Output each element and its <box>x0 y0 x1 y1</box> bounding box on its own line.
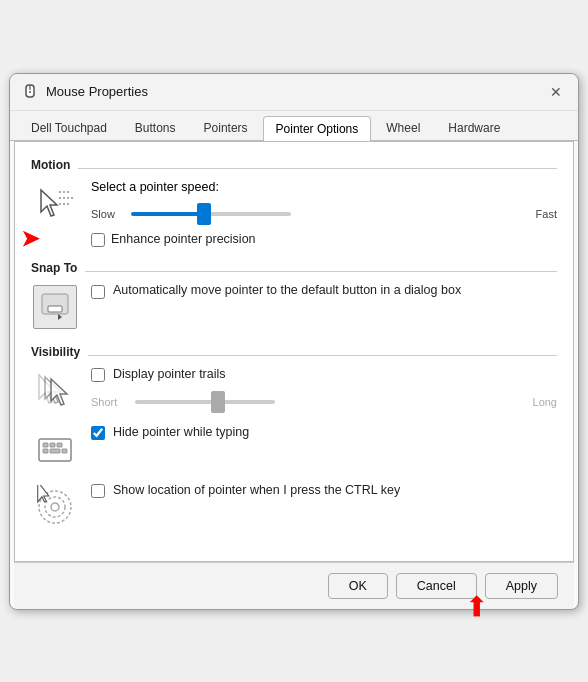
motion-row: Select a pointer speed: Slow Fast ➤ Enha… <box>31 180 557 247</box>
window-title: Mouse Properties <box>46 84 148 99</box>
enhance-precision-checkbox[interactable] <box>91 233 105 247</box>
svg-point-22 <box>51 503 59 511</box>
motion-section-title: Motion <box>31 158 70 172</box>
auto-move-checkbox[interactable] <box>91 285 105 299</box>
speed-slider-container <box>131 204 524 224</box>
trails-row: Display pointer trails Short Long <box>31 367 557 415</box>
hide-typing-controls: Hide pointer while typing <box>91 425 557 440</box>
visibility-section-header: Visibility <box>31 345 557 367</box>
svg-rect-16 <box>57 443 62 447</box>
trails-slider-row: Short Long <box>91 392 557 412</box>
trails-slider-container <box>135 392 521 412</box>
motion-icon-box <box>31 180 79 228</box>
svg-marker-23 <box>38 485 49 502</box>
svg-marker-3 <box>41 190 57 216</box>
long-label: Long <box>533 396 557 408</box>
snap-to-icon-box <box>31 283 79 331</box>
show-ctrl-checkbox-row: Show location of pointer when I press th… <box>91 483 557 498</box>
mouse-properties-window: Mouse Properties ✕ Dell Touchpad Buttons… <box>9 73 579 610</box>
trails-icon-svg <box>33 369 77 413</box>
content-panel: Motion Select a pointer speed: <box>14 141 574 562</box>
tab-pointers[interactable]: Pointers <box>191 115 261 140</box>
show-ctrl-icon-box <box>31 483 79 531</box>
hide-typing-checkbox-row: Hide pointer while typing <box>91 425 557 440</box>
show-ctrl-controls: Show location of pointer when I press th… <box>91 483 557 498</box>
snap-to-section-title: Snap To <box>31 261 77 275</box>
svg-rect-17 <box>43 449 48 453</box>
apply-button[interactable]: Apply <box>485 573 558 599</box>
trails-controls: Display pointer trails Short Long <box>91 367 557 412</box>
snap-to-icon <box>33 285 77 329</box>
title-bar-left: Mouse Properties <box>22 84 148 100</box>
motion-section-header: Motion <box>31 158 557 180</box>
svg-marker-12 <box>51 379 67 405</box>
enhance-precision-row: ➤ Enhance pointer precision <box>91 232 557 247</box>
tab-pointer-options[interactable]: Pointer Options <box>263 116 372 141</box>
svg-point-2 <box>29 91 31 93</box>
speed-slider[interactable] <box>131 212 291 216</box>
svg-rect-19 <box>62 449 67 453</box>
show-ctrl-checkbox[interactable] <box>91 484 105 498</box>
slow-label: Slow <box>91 208 123 220</box>
hide-typing-checkbox[interactable] <box>91 426 105 440</box>
svg-rect-15 <box>50 443 55 447</box>
trails-label: Display pointer trails <box>113 367 226 381</box>
tab-bar: Dell Touchpad Buttons Pointers Pointer O… <box>10 111 578 141</box>
mouse-icon <box>22 84 38 100</box>
trails-checkbox[interactable] <box>91 368 105 382</box>
motion-controls: Select a pointer speed: Slow Fast ➤ Enha… <box>91 180 557 247</box>
auto-move-row: Automatically move pointer to the defaul… <box>91 283 557 299</box>
auto-move-label: Automatically move pointer to the defaul… <box>113 283 461 297</box>
show-ctrl-icon-svg <box>33 485 77 529</box>
hide-typing-icon-box <box>31 425 79 473</box>
snap-to-row: Automatically move pointer to the defaul… <box>31 283 557 331</box>
trails-checkbox-row: Display pointer trails <box>91 367 557 382</box>
motion-mouse-icon <box>33 184 77 224</box>
motion-section: Motion Select a pointer speed: <box>31 158 557 247</box>
bottom-bar: ⬇ OK Cancel Apply <box>14 562 574 609</box>
title-bar: Mouse Properties ✕ <box>10 74 578 111</box>
trails-slider[interactable] <box>135 400 275 404</box>
snap-to-section-header: Snap To <box>31 261 557 283</box>
speed-row: Slow Fast <box>91 204 557 224</box>
hide-typing-icon-svg <box>35 429 75 469</box>
tab-dell-touchpad[interactable]: Dell Touchpad <box>18 115 120 140</box>
fast-label: Fast <box>536 208 557 220</box>
show-ctrl-row: Show location of pointer when I press th… <box>31 483 557 531</box>
tab-hardware[interactable]: Hardware <box>435 115 513 140</box>
snap-to-controls: Automatically move pointer to the defaul… <box>91 283 557 299</box>
svg-point-21 <box>45 497 65 517</box>
visibility-section-title: Visibility <box>31 345 80 359</box>
tab-wheel[interactable]: Wheel <box>373 115 433 140</box>
svg-rect-18 <box>50 449 60 453</box>
red-arrow-down: ⬇ <box>465 589 488 610</box>
short-label: Short <box>91 396 127 408</box>
close-button[interactable]: ✕ <box>546 82 566 102</box>
visibility-section: Visibility Display pointer trails <box>31 345 557 531</box>
svg-marker-9 <box>58 314 62 320</box>
tab-buttons[interactable]: Buttons <box>122 115 189 140</box>
trails-icon-box <box>31 367 79 415</box>
enhance-precision-label: Enhance pointer precision <box>111 232 256 246</box>
hide-typing-row: Hide pointer while typing <box>31 425 557 473</box>
snap-icon-svg <box>40 292 70 322</box>
ok-button[interactable]: OK <box>328 573 388 599</box>
hide-typing-label: Hide pointer while typing <box>113 425 249 439</box>
svg-rect-8 <box>48 306 62 312</box>
speed-label: Select a pointer speed: <box>91 180 557 194</box>
red-arrow-left: ➤ <box>21 226 39 252</box>
svg-rect-14 <box>43 443 48 447</box>
show-ctrl-label: Show location of pointer when I press th… <box>113 483 400 497</box>
snap-to-section: Snap To Automatically <box>31 261 557 331</box>
